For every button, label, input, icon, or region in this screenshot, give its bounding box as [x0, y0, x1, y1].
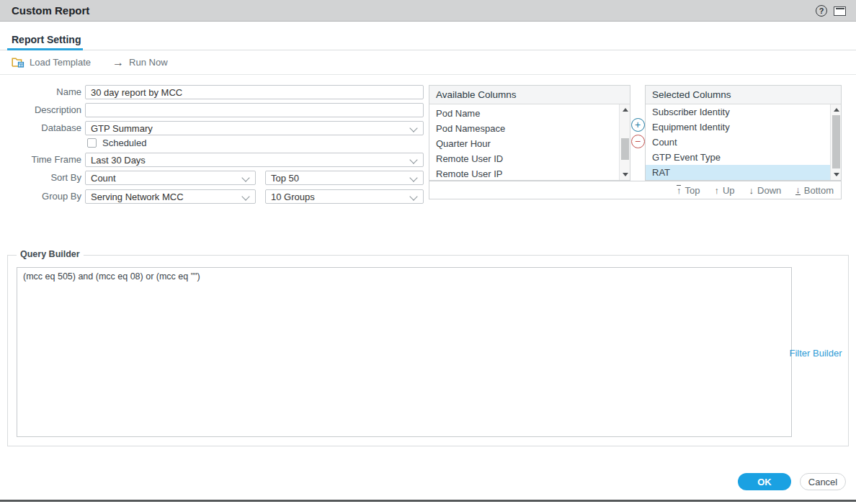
list-item[interactable]: Equipment Identity	[646, 120, 830, 135]
move-top-button[interactable]: ↑ Top	[677, 185, 700, 196]
list-item[interactable]: GTP Event Type	[646, 150, 830, 165]
arrow-up-icon: ↑	[714, 186, 719, 195]
group-by-limit-select[interactable]: 10 Groups	[265, 189, 424, 204]
load-template-icon	[12, 57, 24, 68]
tab-report-setting[interactable]: Report Setting	[12, 34, 81, 45]
query-builder-legend: Query Builder	[17, 249, 84, 259]
help-icon[interactable]: ?	[816, 5, 827, 17]
list-item[interactable]: Pod Namespace	[429, 121, 619, 136]
chevron-down-icon	[409, 156, 417, 163]
custom-report-dialog: Custom Report ? Report Setting Load Temp…	[0, 0, 856, 504]
load-template-button[interactable]: Load Template	[12, 57, 91, 68]
window-icon[interactable]	[834, 6, 846, 16]
filter-builder-link[interactable]: Filter Builder	[786, 348, 845, 359]
query-input[interactable]: (mcc eq 505) and (mcc eq 08) or (mcc eq …	[17, 267, 792, 437]
time-frame-label: Time Frame	[7, 153, 81, 167]
selected-columns-list: Subscriber IdentityEquipment IdentityCou…	[646, 104, 830, 180]
ok-button[interactable]: OK	[738, 473, 791, 490]
sort-by-limit-select[interactable]: Top 50	[265, 171, 424, 185]
chevron-down-icon	[409, 124, 417, 132]
query-builder-group: Query Builder (mcc eq 505) and (mcc eq 0…	[7, 255, 849, 446]
selected-scrollbar[interactable]	[830, 104, 841, 180]
scroll-up-icon[interactable]	[831, 104, 841, 115]
group-by-value: Serving Network MCC	[91, 192, 184, 202]
title-bar: Custom Report ?	[0, 0, 856, 22]
column-order-bar: ↑ Top ↑ Up ↓ Down ↓ Bottom	[429, 181, 842, 199]
available-columns-items: Pod NamePod NamespaceQuarter HourRemote …	[429, 106, 619, 180]
move-top-label: Top	[685, 185, 700, 196]
column-transfer-controls: + −	[630, 85, 645, 181]
group-by-label: Group By	[7, 189, 81, 204]
selected-columns-header: Selected Columns	[646, 86, 841, 104]
move-down-label: Down	[757, 185, 781, 196]
available-columns-header: Available Columns	[429, 86, 630, 104]
description-label: Description	[7, 103, 81, 117]
scrollbar-thumb[interactable]	[832, 115, 840, 168]
group-by-select[interactable]: Serving Network MCC	[85, 189, 256, 204]
titlebar-icons: ?	[816, 0, 846, 22]
chevron-down-icon	[241, 174, 249, 181]
list-item[interactable]: Remote User IP	[429, 166, 619, 180]
run-now-arrow-icon: →	[112, 57, 124, 68]
scroll-down-icon[interactable]	[620, 169, 630, 180]
sort-by-select[interactable]: Count	[85, 171, 256, 185]
move-up-button[interactable]: ↑ Up	[714, 185, 734, 196]
time-frame-select[interactable]: Last 30 Days	[85, 153, 424, 167]
sort-by-value: Count	[91, 173, 116, 184]
arrow-down-icon: ↓	[749, 186, 754, 195]
available-columns-title: Available Columns	[436, 89, 517, 100]
sort-by-limit-value: Top 50	[271, 173, 299, 184]
list-item[interactable]: Quarter Hour	[429, 136, 619, 151]
list-item[interactable]: Subscriber Identity	[646, 104, 830, 120]
arrow-to-bottom-icon: ↓	[795, 185, 801, 195]
add-column-icon[interactable]: +	[631, 118, 645, 132]
move-down-button[interactable]: ↓ Down	[749, 185, 782, 196]
window-bottom-edge	[0, 500, 856, 502]
chevron-down-icon	[409, 174, 417, 181]
name-label: Name	[7, 85, 81, 99]
scrollbar-thumb[interactable]	[621, 138, 629, 160]
sort-by-label: Sort By	[7, 171, 81, 185]
available-columns-panel: Available Columns Pod NamePod NamespaceQ…	[429, 85, 630, 181]
selected-columns-title: Selected Columns	[652, 89, 731, 100]
database-select[interactable]: GTP Summary	[85, 121, 424, 135]
name-input[interactable]	[85, 85, 424, 99]
scroll-down-icon[interactable]	[831, 169, 841, 180]
toolbar: Load Template → Run Now	[0, 50, 856, 75]
move-bottom-button[interactable]: ↓ Bottom	[795, 185, 834, 196]
move-up-label: Up	[723, 185, 735, 196]
window-icon-bar	[836, 8, 844, 9]
scroll-up-icon[interactable]	[620, 104, 630, 115]
database-value: GTP Summary	[91, 123, 153, 134]
database-label: Database	[7, 121, 81, 135]
dialog-title: Custom Report	[12, 4, 89, 17]
load-template-label: Load Template	[30, 57, 91, 68]
group-by-limit-value: 10 Groups	[271, 192, 315, 202]
list-item[interactable]: Count	[646, 135, 830, 150]
arrow-to-top-icon: ↑	[677, 185, 682, 195]
chevron-down-icon	[409, 192, 417, 200]
cancel-button[interactable]: Cancel	[800, 473, 846, 490]
available-columns-list: Pod NamePod NamespaceQuarter HourRemote …	[429, 104, 630, 180]
run-now-button[interactable]: → Run Now	[112, 57, 167, 68]
scheduled-label: Scheduled	[102, 137, 146, 149]
selected-columns-panel: Selected Columns Subscriber IdentityEqui…	[645, 85, 842, 181]
remove-column-icon[interactable]: −	[631, 135, 645, 148]
scheduled-checkbox[interactable]	[87, 138, 97, 148]
chevron-down-icon	[241, 192, 249, 200]
description-input[interactable]	[85, 103, 424, 117]
move-bottom-label: Bottom	[804, 185, 834, 196]
run-now-label: Run Now	[129, 57, 167, 68]
list-item[interactable]: RAT	[646, 165, 830, 180]
list-item[interactable]: Remote User ID	[429, 151, 619, 166]
time-frame-value: Last 30 Days	[91, 155, 146, 166]
selected-columns-list-wrap: Subscriber IdentityEquipment IdentityCou…	[646, 104, 841, 180]
available-scrollbar[interactable]	[619, 104, 630, 180]
list-item[interactable]: Pod Name	[429, 106, 619, 121]
